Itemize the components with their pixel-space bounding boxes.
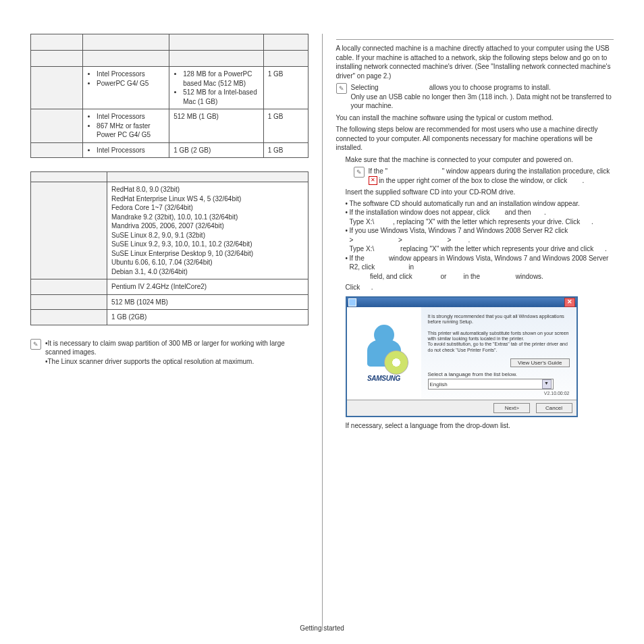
step-2: Insert the supplied software CD into you… bbox=[346, 188, 614, 197]
chevron-down-icon: ▼ bbox=[542, 379, 552, 389]
cancel-button[interactable]: Cancel bbox=[536, 403, 572, 413]
step-3: Click . bbox=[346, 283, 614, 292]
mac-requirements-table: Intel Processors PowerPC G4/ G5 128 MB f… bbox=[30, 34, 308, 158]
step-1-note: ✎ If the " " window appears during the i… bbox=[354, 167, 614, 185]
right-column: A locally connected machine is a machine… bbox=[326, 34, 624, 630]
note-icon: ✎ bbox=[30, 339, 41, 350]
note-icon: ✎ bbox=[336, 83, 347, 94]
installer-version: V2.10.00:02 bbox=[428, 391, 570, 396]
page-footer: Getting started bbox=[0, 624, 644, 632]
step-4: If necessary, select a language from the… bbox=[346, 421, 614, 431]
language-dropdown[interactable]: English ▼ bbox=[428, 379, 554, 390]
close-button[interactable]: ✕ bbox=[564, 298, 575, 307]
installer-window: ✕ SAMSUNG It is strongly recommended tha… bbox=[346, 296, 578, 417]
linux-requirements-table: RedHat 8.0, 9.0 (32bit) RedHat Enterpris… bbox=[30, 171, 308, 325]
language-select-label: Select a language from the list below. bbox=[428, 371, 570, 377]
typical-custom-paragraph: You can install the machine software usi… bbox=[336, 113, 614, 123]
next-button[interactable]: Next> bbox=[493, 403, 530, 413]
step-1: Make sure that the machine is connected … bbox=[346, 155, 614, 165]
column-divider bbox=[322, 34, 323, 630]
installer-recommendation-2: This printer will automatically substitu… bbox=[428, 331, 570, 354]
close-icon: ✕ bbox=[369, 176, 377, 185]
app-icon bbox=[348, 298, 356, 306]
note-icon: ✎ bbox=[354, 167, 365, 178]
intro-paragraph: A locally connected machine is a machine… bbox=[336, 44, 614, 80]
installer-recommendation-1: It is strongly recommended that you quit… bbox=[428, 314, 570, 325]
note-custom-install: ✎ Selecting allows you to choose program… bbox=[336, 83, 614, 111]
brand-logo: SAMSUNG bbox=[367, 375, 400, 382]
left-column: Intel Processors PowerPC G4/ G5 128 MB f… bbox=[20, 34, 319, 630]
user-avatar-graphic bbox=[364, 325, 404, 372]
cd-disc-icon bbox=[384, 350, 408, 375]
recommended-paragraph: The following steps below are recommende… bbox=[336, 125, 614, 153]
note-swap-partition: ✎ •It is necessary to claim swap partiti… bbox=[30, 339, 308, 367]
view-users-guide-button[interactable]: View User's Guide bbox=[510, 358, 569, 367]
